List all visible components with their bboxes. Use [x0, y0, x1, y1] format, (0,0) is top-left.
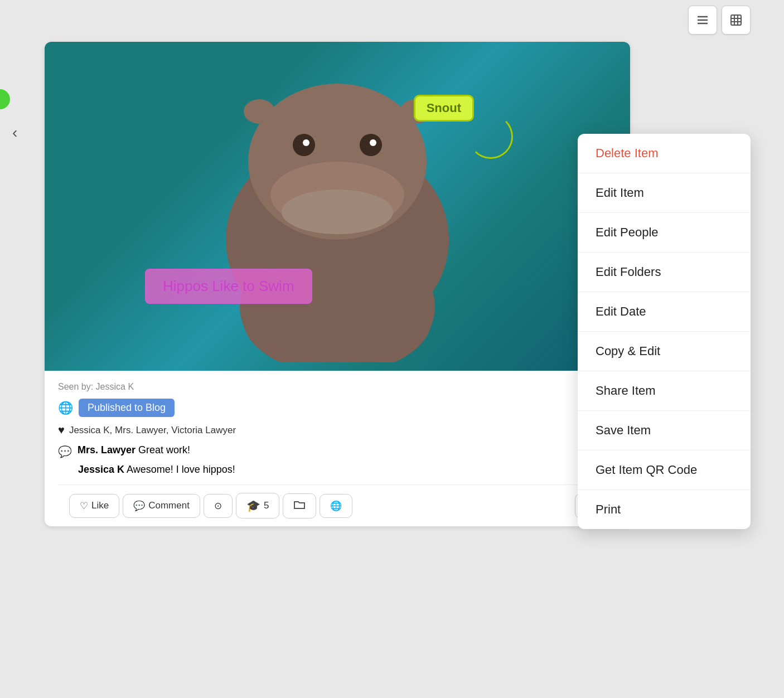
- green-accent-circle: [0, 89, 10, 109]
- toolbar: [688, 6, 751, 35]
- folder-icon: [293, 500, 306, 512]
- at-icon: ⊙: [214, 500, 222, 512]
- snout-connector-line: [468, 114, 513, 159]
- list-view-button[interactable]: [688, 6, 717, 35]
- pink-annotation: Hippos Like to Swim: [145, 269, 312, 304]
- menu-item-edit-people[interactable]: Edit People: [578, 213, 751, 253]
- comment-2-text: Awesome! I love hippos!: [124, 464, 235, 475]
- folder-button[interactable]: [283, 493, 316, 518]
- grad-cap-icon: 🎓: [246, 499, 260, 512]
- like-label: Like: [91, 500, 109, 511]
- menu-item-share-item[interactable]: Share Item: [578, 371, 751, 411]
- published-badge: Published to Blog: [79, 399, 175, 417]
- comment-2-author: Jessica K: [78, 464, 124, 475]
- menu-item-print[interactable]: Print: [578, 490, 751, 529]
- content-card: Snout Hippos Like to Swim Seen by: Jessi…: [45, 42, 630, 526]
- comment-label: Comment: [148, 500, 190, 511]
- menu-item-edit-folders[interactable]: Edit Folders: [578, 253, 751, 292]
- context-menu: Delete ItemEdit ItemEdit PeopleEdit Fold…: [578, 134, 751, 529]
- svg-point-14: [370, 139, 376, 146]
- card-image: Snout Hippos Like to Swim: [45, 42, 630, 371]
- card-footer: Seen by: Jessica K 🌐 Published to Blog ♥…: [45, 371, 630, 526]
- menu-item-save-item[interactable]: Save Item: [578, 411, 751, 450]
- comment-row-2: Jessica K Awesome! I love hippos!: [58, 464, 617, 476]
- menu-item-copy-edit[interactable]: Copy & Edit: [578, 332, 751, 371]
- svg-rect-3: [731, 15, 741, 25]
- like-heart-icon: ♡: [80, 500, 88, 512]
- hearts-people: Jessica K, Mrs. Lawyer, Victoria Lawyer: [69, 425, 236, 436]
- grad-count: 5: [264, 500, 269, 511]
- svg-point-13: [303, 139, 309, 146]
- menu-item-delete-item[interactable]: Delete Item: [578, 134, 751, 173]
- calendar-view-button[interactable]: [722, 6, 751, 35]
- seen-by-label: Seen by: Jessica K: [58, 382, 617, 392]
- at-button[interactable]: ⊙: [204, 494, 233, 518]
- menu-item-edit-date[interactable]: Edit Date: [578, 292, 751, 332]
- heart-icon: ♥: [58, 424, 65, 437]
- globe-button[interactable]: 🌐: [320, 494, 352, 518]
- comment-1: Mrs. Lawyer Great work!: [78, 444, 190, 456]
- comment-1-author: Mrs. Lawyer: [78, 444, 135, 455]
- snout-annotation: Snout: [414, 95, 474, 122]
- svg-point-22: [282, 190, 393, 234]
- svg-point-17: [244, 99, 275, 124]
- menu-item-edit-item[interactable]: Edit Item: [578, 173, 751, 213]
- globe-icon: 🌐: [58, 401, 73, 415]
- comment-2: Jessica K Awesome! I love hippos!: [78, 464, 235, 476]
- back-arrow-button[interactable]: ‹: [12, 124, 17, 142]
- globe-action-icon: 🌐: [330, 500, 342, 512]
- action-bar: ♡ Like 💬 Comment ⊙ 🎓 5: [58, 484, 617, 526]
- comment-bubble-icon: 💬: [58, 445, 72, 458]
- like-button[interactable]: ♡ Like: [69, 494, 119, 518]
- comment-icon: 💬: [133, 500, 145, 512]
- comment-1-text: Great work!: [135, 444, 190, 455]
- menu-item-get-qr[interactable]: Get Item QR Code: [578, 450, 751, 490]
- published-row: 🌐 Published to Blog: [58, 399, 617, 417]
- comment-row-1: 💬 Mrs. Lawyer Great work!: [58, 444, 617, 458]
- comment-button[interactable]: 💬 Comment: [123, 494, 200, 518]
- grad-cap-button[interactable]: 🎓 5: [236, 493, 279, 518]
- hippo-container: [45, 42, 630, 371]
- hearts-row: ♥ Jessica K, Mrs. Lawyer, Victoria Lawye…: [58, 424, 617, 437]
